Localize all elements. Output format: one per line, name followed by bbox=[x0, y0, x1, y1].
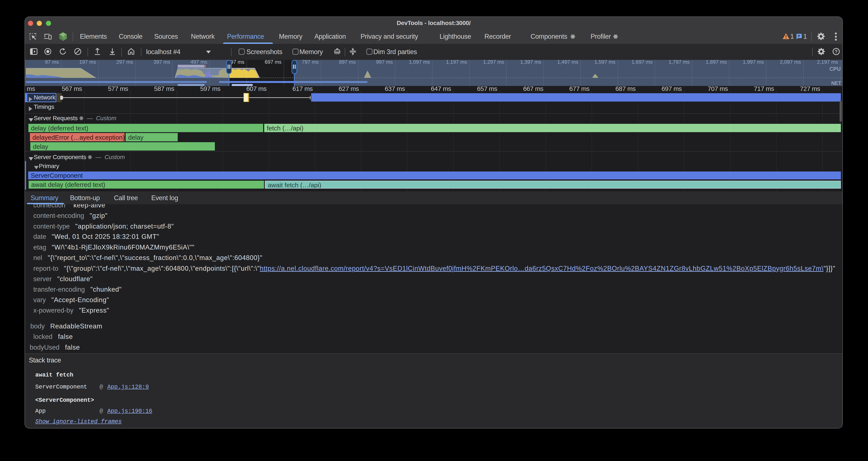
svg-text:?: ? bbox=[835, 49, 837, 54]
